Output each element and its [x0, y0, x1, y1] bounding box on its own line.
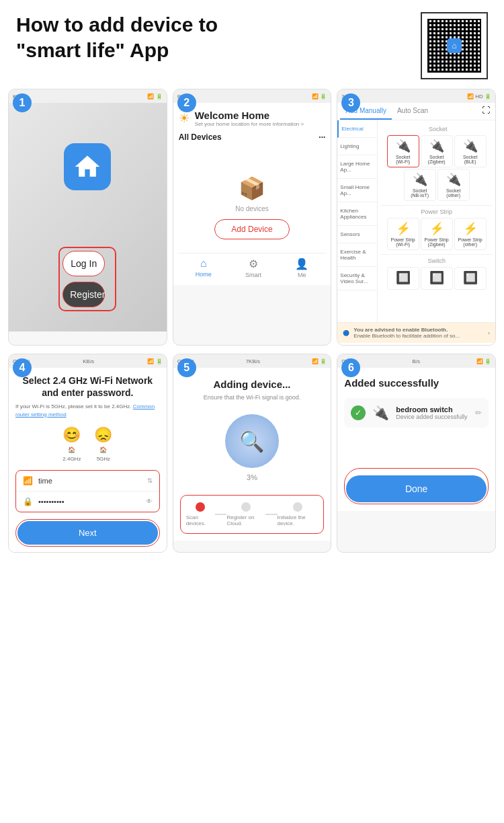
wifi-24-option: 😊 🏠 2.4GHz: [62, 426, 81, 462]
step-4-note: If your Wi-Fi is 5GHz, please set it to …: [15, 403, 160, 418]
step-6-status-bar: Can... B/s 📶 🔋: [337, 354, 495, 368]
sidebar-sensors[interactable]: Sensors: [337, 226, 377, 243]
done-button-wrapper: Done: [344, 468, 489, 504]
progress-steps: Scan devices. Register on Cloud. Initial…: [180, 495, 325, 534]
device-socket-zigbee[interactable]: 🔌 Socket (Zigbee): [421, 135, 453, 167]
sidebar-lighting[interactable]: Lighting: [337, 138, 377, 155]
switch-section-title: Switch: [380, 254, 493, 264]
device-powerstrip-zigbee[interactable]: ⚡ Power Strip (Zigbee): [421, 218, 453, 250]
nav-me[interactable]: 👤 Me: [295, 258, 308, 278]
initialize-dot: [293, 502, 302, 512]
sidebar-security[interactable]: Security & Video Sur...: [337, 267, 377, 290]
device-socket-other[interactable]: 🔌 Socket (other): [437, 169, 470, 201]
powerstrip-wifi-icon: ⚡: [396, 221, 411, 236]
step-6-content: Added successfully ✓ 🔌 bedroom switch De…: [337, 368, 495, 511]
bluetooth-title: You are advised to enable Bluetooth.: [353, 327, 460, 333]
sidebar-large-home[interactable]: Large Home Ap...: [337, 155, 377, 179]
switch-icon-1: 🔲: [396, 270, 411, 285]
page-title: How to add device to"smart life" App: [16, 12, 218, 63]
lock-field-icon: 🔒: [23, 497, 33, 506]
next-button-wrapper: Next: [15, 519, 160, 547]
added-successfully-title: Added successfully: [344, 377, 489, 389]
sidebar-kitchen[interactable]: Kitchen Appliances: [337, 202, 377, 226]
next-button[interactable]: Next: [17, 521, 158, 545]
step-1-content: Log In Register: [9, 103, 167, 331]
ssid-field: 📶 time ⇅: [16, 471, 159, 492]
tab-auto-scan[interactable]: Auto Scan: [392, 103, 433, 120]
no-devices-text: No devices: [179, 205, 326, 212]
password-value[interactable]: ••••••••••: [38, 498, 140, 506]
powerstrip-zigbee-icon: ⚡: [429, 221, 444, 236]
step-2-header: ☀ Welcome Home Set your home location fo…: [179, 110, 326, 127]
nav-home[interactable]: ⌂ Home: [196, 258, 212, 278]
done-button[interactable]: Done: [346, 475, 487, 502]
qr-home-icon: ⌂: [447, 38, 462, 53]
register-dot: [241, 502, 251, 512]
step-2-content: ☀ Welcome Home Set your home location fo…: [173, 103, 331, 285]
switch-devices-grid: 🔲 🔲 🔲: [380, 267, 493, 290]
search-spinner-icon: 🔍: [239, 430, 264, 453]
step-3-content: Add Manually Auto Scan ⛶ Electrical Ligh…: [337, 103, 495, 345]
device-powerstrip-wifi[interactable]: ⚡ Power Strip (Wi-Fi): [387, 218, 419, 250]
device-socket-ble[interactable]: 🔌 Socket (BLE): [454, 135, 487, 167]
edit-icon[interactable]: ✏: [475, 408, 482, 418]
welcome-title: Welcome Home: [195, 110, 304, 121]
login-register-box: Log In Register: [58, 247, 116, 311]
step-2-number: 2: [177, 93, 196, 112]
device-powerstrip-other[interactable]: ⚡ Power Strip (other): [454, 218, 487, 250]
step-4-number: 4: [13, 358, 32, 377]
smart-nav-icon: ⚙: [249, 258, 258, 270]
device-switch-1[interactable]: 🔲: [387, 267, 419, 290]
step-5-panel: 5 Cancel 7KB/s 📶 🔋 Adding device... Ensu…: [173, 354, 332, 553]
progress-percent: 3%: [247, 473, 257, 481]
fullscreen-icon: ⛶: [479, 103, 493, 120]
bluetooth-chevron-icon: ›: [488, 330, 490, 336]
login-button[interactable]: Log In: [62, 251, 105, 276]
device-name: bedroom switch: [396, 405, 468, 414]
device-socket-icon: 🔌: [372, 405, 389, 421]
qr-pattern: ⌂: [427, 19, 481, 73]
sidebar-electrical[interactable]: Electrical: [337, 120, 377, 138]
wifi-5-label: 5GHz: [97, 456, 110, 462]
sidebar-exercise[interactable]: Exercise & Health: [337, 243, 377, 267]
step-4-content: Select 2.4 GHz Wi-Fi Network and enter p…: [9, 368, 167, 552]
steps-row-1: 1 KB/s 📶 🔋 Log In Register 2 8KB/s 📶 🔋: [0, 86, 504, 348]
bluetooth-subtitle: Enable Bluetooth to facilitate addition …: [353, 333, 460, 339]
socket-other-icon: 🔌: [446, 172, 461, 187]
ssid-value[interactable]: time: [38, 477, 142, 485]
progress-spinner: 🔍: [225, 414, 279, 468]
step-4-panel: 4 Cancel KB/s 📶 🔋 Select 2.4 GHz Wi-Fi N…: [8, 354, 167, 553]
device-info: bedroom switch Device added successfully: [396, 405, 468, 420]
sun-icon: ☀: [179, 111, 190, 126]
page-header: How to add device to"smart life" App ⌂: [0, 0, 504, 86]
sidebar-small-home[interactable]: Small Home Ap...: [337, 179, 377, 202]
add-device-button[interactable]: Add Device: [214, 219, 289, 239]
device-socket-wifi[interactable]: 🔌 Socket (Wi-Fi): [387, 135, 419, 167]
step-3-tabs: Add Manually Auto Scan ⛶: [337, 103, 495, 120]
device-switch-2[interactable]: 🔲: [421, 267, 453, 290]
powerstrip-other-icon: ⚡: [463, 221, 478, 236]
register-button[interactable]: Register: [62, 282, 105, 307]
bluetooth-banner: 🔵 You are advised to enable Bluetooth. E…: [337, 322, 495, 343]
app-icon: [64, 143, 111, 190]
step-2-status-bar: 8KB/s 📶 🔋: [173, 89, 331, 103]
nav-smart[interactable]: ⚙ Smart: [245, 258, 261, 278]
success-check-icon: ✓: [351, 405, 366, 420]
password-visibility-icon[interactable]: 👁: [146, 498, 153, 505]
step-4-status-bar: Cancel KB/s 📶 🔋: [9, 354, 167, 368]
device-socket-nbiot[interactable]: 🔌 Socket (NB-IoT): [404, 169, 436, 201]
step-3-status-bar: 3.7Ks 📶 HD 🔋: [337, 89, 495, 103]
socket-section-title: Socket: [383, 126, 493, 132]
step-3-body: Electrical Lighting Large Home Ap... Sma…: [337, 120, 495, 322]
step-1-status-bar: KB/s 📶 🔋: [9, 89, 167, 103]
powerstrip-section-title: Power Strip: [380, 205, 493, 215]
device-switch-3[interactable]: 🔲: [454, 267, 487, 290]
me-nav-icon: 👤: [295, 258, 308, 270]
register-step: Register on Cloud.: [226, 502, 265, 526]
step-5-content: Adding device... Ensure that the Wi-Fi s…: [173, 368, 331, 541]
powerstrip-devices-grid: ⚡ Power Strip (Wi-Fi) ⚡ Power Strip (Zig…: [380, 218, 493, 250]
password-field: 🔒 •••••••••• 👁: [16, 492, 159, 512]
qr-code: ⌂: [421, 12, 488, 79]
step-1-number: 1: [13, 93, 32, 112]
step-4-title: Select 2.4 GHz Wi-Fi Network and enter p…: [15, 375, 160, 399]
